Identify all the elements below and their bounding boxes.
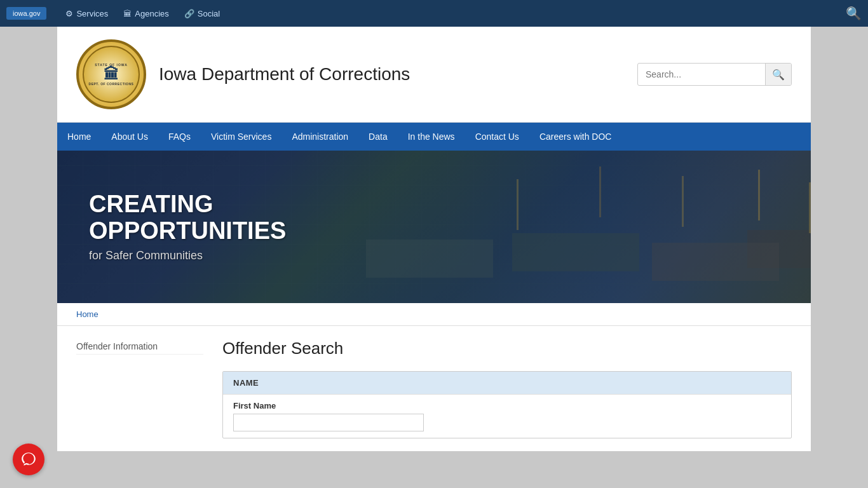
nav-administration[interactable]: Administration xyxy=(281,123,358,151)
page-title: Offender Search xyxy=(222,339,792,358)
content-area: Offender Information Offender Search NAM… xyxy=(57,326,811,451)
hero-content: CREATING OPPORTUNITIES for Safer Communi… xyxy=(57,172,318,282)
agencies-nav-link[interactable]: Agencies xyxy=(117,6,175,21)
services-icon xyxy=(65,9,73,18)
nav-victim-services[interactable]: Victim Services xyxy=(201,123,281,151)
first-name-label: First Name xyxy=(233,401,781,410)
main-container: STATE OF IOWA 🏛 DEPT. OF CORRECTIONS Iow… xyxy=(57,27,811,451)
form-section-name: NAME xyxy=(223,372,791,394)
search-icon: 🔍 xyxy=(772,69,785,80)
social-nav-link[interactable]: Social xyxy=(178,6,226,21)
hero-title-line1: CREATING xyxy=(89,191,286,218)
top-bar: iowa.gov Services Agencies Social 🔍 xyxy=(0,0,868,27)
search-button[interactable]: 🔍 xyxy=(765,64,791,85)
agencies-icon xyxy=(123,9,132,18)
site-title: Iowa Department of Corrections xyxy=(159,64,410,85)
chat-bubble[interactable] xyxy=(13,444,44,451)
first-name-input[interactable] xyxy=(233,414,424,431)
header-search[interactable]: 🔍 xyxy=(637,63,792,86)
main-navigation: Home About Us FAQs Victim Services Admin… xyxy=(57,123,811,151)
nav-home[interactable]: Home xyxy=(57,123,101,151)
nav-data[interactable]: Data xyxy=(358,123,398,151)
hero-subtitle: for Safer Communities xyxy=(89,249,286,262)
social-icon xyxy=(184,9,194,18)
site-header: STATE OF IOWA 🏛 DEPT. OF CORRECTIONS Iow… xyxy=(57,27,811,123)
search-input[interactable] xyxy=(638,69,765,79)
breadcrumb-home-link[interactable]: Home xyxy=(76,309,98,319)
sidebar: Offender Information xyxy=(76,339,203,438)
nav-contact-us[interactable]: Contact Us xyxy=(465,123,529,151)
breadcrumb: Home xyxy=(57,303,811,326)
main-content: Offender Search NAME First Name xyxy=(222,339,792,438)
nav-about-us[interactable]: About Us xyxy=(101,123,158,151)
state-seal: STATE OF IOWA 🏛 DEPT. OF CORRECTIONS xyxy=(76,39,146,109)
top-search-icon[interactable]: 🔍 xyxy=(846,6,862,21)
services-nav-link[interactable]: Services xyxy=(59,6,114,21)
first-name-field: First Name xyxy=(223,394,791,438)
sidebar-offender-information[interactable]: Offender Information xyxy=(76,339,203,355)
offender-search-form: NAME First Name xyxy=(222,371,792,438)
nav-faqs[interactable]: FAQs xyxy=(158,123,201,151)
nav-careers[interactable]: Careers with DOC xyxy=(529,123,622,151)
hero-banner: CREATING OPPORTUNITIES for Safer Communi… xyxy=(57,151,811,303)
hero-title-line2: OPPORTUNITIES xyxy=(89,218,286,245)
iowa-gov-logo-text: iowa.gov xyxy=(13,10,40,17)
logo-area: STATE OF IOWA 🏛 DEPT. OF CORRECTIONS Iow… xyxy=(76,39,410,109)
iowa-gov-logo[interactable]: iowa.gov xyxy=(6,7,46,20)
top-nav: Services Agencies Social xyxy=(59,6,226,21)
seal-building-icon: 🏛 xyxy=(104,67,119,82)
seal-bottom-text: DEPT. OF CORRECTIONS xyxy=(89,82,134,86)
nav-in-the-news[interactable]: In the News xyxy=(398,123,465,151)
